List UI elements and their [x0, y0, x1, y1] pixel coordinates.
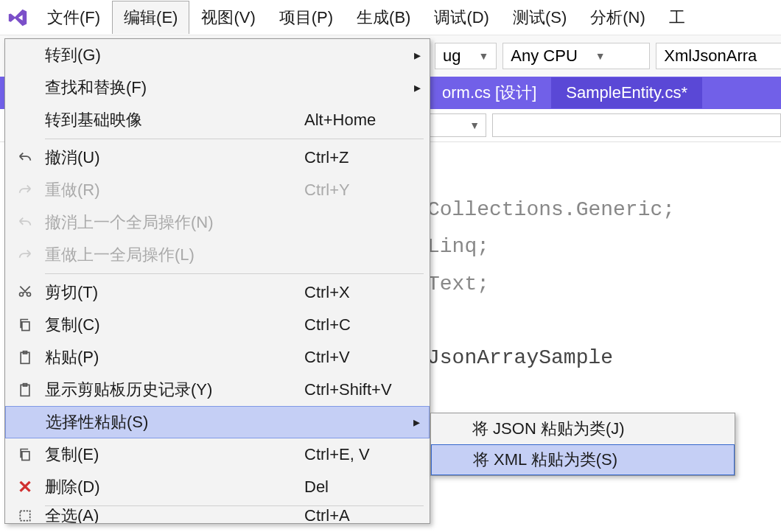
menu-tools[interactable]: 工 [657, 1, 697, 35]
chevron-down-icon: ▼ [469, 119, 480, 131]
config-dropdown[interactable]: ug ▼ [435, 43, 497, 69]
chevron-down-icon: ▼ [478, 50, 488, 62]
startup-value: XmlJsonArra [664, 46, 757, 66]
menu-file[interactable]: 文件(F) [35, 1, 112, 35]
code-line: Linq; [427, 228, 675, 265]
menu-view[interactable]: 视图(V) [189, 1, 267, 35]
menu-project[interactable]: 项目(P) [267, 1, 345, 35]
code-editor[interactable]: Collections.Generic; Linq; Text; JsonArr… [427, 192, 675, 377]
paste-special-submenu: 将 JSON 粘贴为类(J) 将 XML 粘贴为类(S) [430, 413, 735, 476]
tab-form-design[interactable]: orm.cs [设计] [427, 76, 551, 110]
member-dropdown[interactable] [492, 113, 781, 137]
menu-clipboard-history[interactable]: 显示剪贴板历史记录(Y) Ctrl+Shift+V [5, 374, 430, 406]
paste-history-icon [5, 382, 45, 397]
chevron-right-icon: ▸ [414, 80, 421, 96]
menu-debug[interactable]: 调试(D) [422, 1, 501, 35]
menu-separator [45, 505, 424, 506]
menu-copy[interactable]: 复制(C) Ctrl+C [5, 309, 430, 341]
menubar: 文件(F) 编辑(E) 视图(V) 项目(P) 生成(B) 调试(D) 测试(S… [0, 0, 781, 35]
delete-icon: ✕ [5, 477, 45, 497]
paste-icon [5, 350, 45, 365]
chevron-right-icon: ▸ [414, 47, 421, 63]
redo-global-icon [5, 247, 45, 263]
menu-select-all[interactable]: 全选(A) Ctrl+A [5, 508, 430, 523]
menu-separator [45, 273, 424, 274]
code-line: JsonArraySample [427, 340, 675, 377]
select-all-icon [5, 508, 45, 523]
submenu-paste-xml[interactable]: 将 XML 粘贴为类(S) [431, 444, 735, 475]
undo-icon [5, 150, 45, 166]
menu-paste[interactable]: 粘贴(P) Ctrl+V [5, 341, 430, 374]
menu-edit[interactable]: 编辑(E) [112, 1, 189, 34]
code-line: Collections.Generic; [427, 192, 675, 228]
menu-paste-special[interactable]: 选择性粘贴(S) ▸ [5, 406, 430, 438]
menu-test[interactable]: 测试(S) [501, 1, 578, 35]
vs-logo-icon [0, 0, 35, 35]
platform-dropdown[interactable]: Any CPU ▼ [502, 43, 650, 69]
menu-redo[interactable]: 重做(R) Ctrl+Y [5, 174, 430, 206]
menu-separator [45, 139, 424, 139]
menu-cut[interactable]: 剪切(T) Ctrl+X [5, 276, 430, 309]
menu-find-replace[interactable]: 查找和替换(F) ▸ [5, 71, 430, 104]
menu-duplicate[interactable]: 复制(E) Ctrl+E, V [5, 438, 430, 471]
redo-icon [5, 182, 45, 198]
menu-goto-base[interactable]: 转到基础映像 Alt+Home [5, 104, 430, 136]
menu-redo-global[interactable]: 重做上一全局操作(L) [5, 239, 430, 271]
menu-undo[interactable]: 撤消(U) Ctrl+Z [5, 141, 430, 174]
chevron-down-icon: ▼ [595, 50, 606, 62]
menu-build[interactable]: 生成(B) [345, 1, 422, 35]
config-value: ug [443, 46, 460, 66]
platform-value: Any CPU [511, 46, 577, 66]
cut-icon [5, 285, 45, 300]
menu-analyze[interactable]: 分析(N) [578, 1, 657, 35]
svg-rect-0 [22, 322, 29, 331]
code-line: Text; [427, 266, 675, 303]
tab-sampleentity[interactable]: SampleEntity.cs* [551, 77, 702, 108]
submenu-paste-json[interactable]: 将 JSON 粘贴为类(J) [431, 413, 735, 444]
menu-goto[interactable]: 转到(G) ▸ [5, 39, 430, 71]
menu-delete[interactable]: ✕ 删除(D) Del [5, 471, 430, 503]
chevron-right-icon: ▸ [413, 414, 420, 430]
edit-menu-dropdown: 转到(G) ▸ 查找和替换(F) ▸ 转到基础映像 Alt+Home 撤消(U)… [4, 38, 430, 524]
svg-rect-6 [20, 511, 29, 520]
scope-dropdown[interactable]: ▼ [427, 113, 486, 137]
svg-rect-5 [22, 452, 29, 461]
menu-undo-global[interactable]: 撤消上一个全局操作(N) [5, 206, 430, 239]
undo-global-icon [5, 214, 45, 231]
copy-icon [5, 318, 45, 332]
startup-dropdown[interactable]: XmlJsonArra [656, 43, 781, 69]
copy-icon [5, 447, 45, 462]
